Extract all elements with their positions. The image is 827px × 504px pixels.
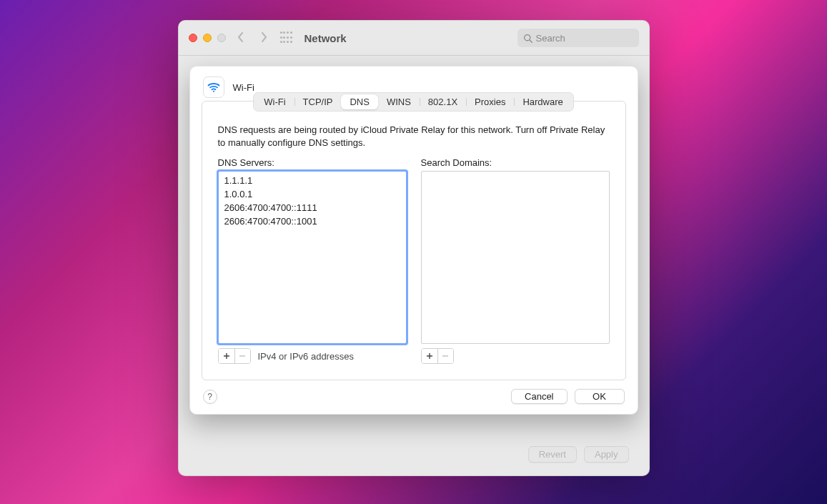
dns-hint: IPv4 or IPv6 addresses xyxy=(258,351,354,362)
tab-bar: Wi-Fi TCP/IP DNS WINS 802.1X Proxies Har… xyxy=(253,92,574,112)
tab-tcpip[interactable]: TCP/IP xyxy=(294,94,342,109)
wifi-icon xyxy=(203,76,224,98)
dns-servers-label: DNS Servers: xyxy=(218,157,407,168)
plus-icon xyxy=(426,352,433,360)
close-window-button[interactable] xyxy=(189,34,197,42)
nav-buttons xyxy=(237,31,267,44)
tab-hardware[interactable]: Hardware xyxy=(514,94,571,109)
minus-icon xyxy=(442,352,449,360)
svg-point-2 xyxy=(212,91,214,92)
help-button[interactable]: ? xyxy=(203,390,217,404)
dns-servers-list[interactable]: 1.1.1.1 1.0.0.1 2606:4700:4700::1111 260… xyxy=(218,171,407,344)
svg-line-1 xyxy=(529,39,531,41)
forward-button[interactable] xyxy=(260,31,267,44)
private-relay-note: DNS requests are being routed by iCloud … xyxy=(218,124,610,149)
domain-add-remove xyxy=(421,348,454,364)
domain-add-button[interactable] xyxy=(422,349,437,363)
show-all-icon[interactable] xyxy=(280,31,293,44)
advanced-sheet: Wi-Fi Wi-Fi TCP/IP DNS WINS 802.1X Proxi… xyxy=(189,66,638,415)
tab-dns[interactable]: DNS xyxy=(341,94,377,109)
search-domains-label: Search Domains: xyxy=(421,157,610,168)
panel: Wi-Fi TCP/IP DNS WINS 802.1X Proxies Har… xyxy=(202,101,626,380)
search-field[interactable]: Search xyxy=(518,29,639,47)
interface-name: Wi-Fi xyxy=(233,82,254,93)
minimize-window-button[interactable] xyxy=(203,34,212,42)
chevron-left-icon xyxy=(237,32,244,42)
fullscreen-window-button xyxy=(217,34,226,42)
tab-proxies[interactable]: Proxies xyxy=(466,94,514,109)
list-item[interactable]: 1.0.0.1 xyxy=(223,188,402,202)
dns-add-button[interactable] xyxy=(219,349,234,363)
domain-remove-button xyxy=(437,349,453,363)
window-title: Network xyxy=(304,32,347,44)
revert-button: Revert xyxy=(528,446,577,463)
list-item[interactable]: 1.1.1.1 xyxy=(223,174,402,188)
list-item[interactable]: 2606:4700:4700::1001 xyxy=(223,215,402,229)
ok-button[interactable]: OK xyxy=(575,389,625,404)
search-placeholder: Search xyxy=(536,33,565,44)
tab-wifi[interactable]: Wi-Fi xyxy=(255,94,294,109)
dns-add-remove xyxy=(218,348,251,364)
cancel-button[interactable]: Cancel xyxy=(511,389,567,404)
plus-icon xyxy=(223,352,230,360)
tab-wins[interactable]: WINS xyxy=(378,94,420,109)
minus-icon xyxy=(239,352,246,360)
list-item[interactable]: 2606:4700:4700::1111 xyxy=(223,202,402,215)
tab-8021x[interactable]: 802.1X xyxy=(420,94,466,109)
dns-remove-button xyxy=(234,349,250,363)
search-icon xyxy=(523,34,533,43)
back-button[interactable] xyxy=(237,31,244,44)
apply-button: Apply xyxy=(584,446,629,463)
titlebar: Network Search xyxy=(179,21,649,56)
traffic-lights xyxy=(189,34,226,42)
search-domains-list[interactable] xyxy=(421,171,610,344)
chevron-right-icon xyxy=(260,32,267,42)
